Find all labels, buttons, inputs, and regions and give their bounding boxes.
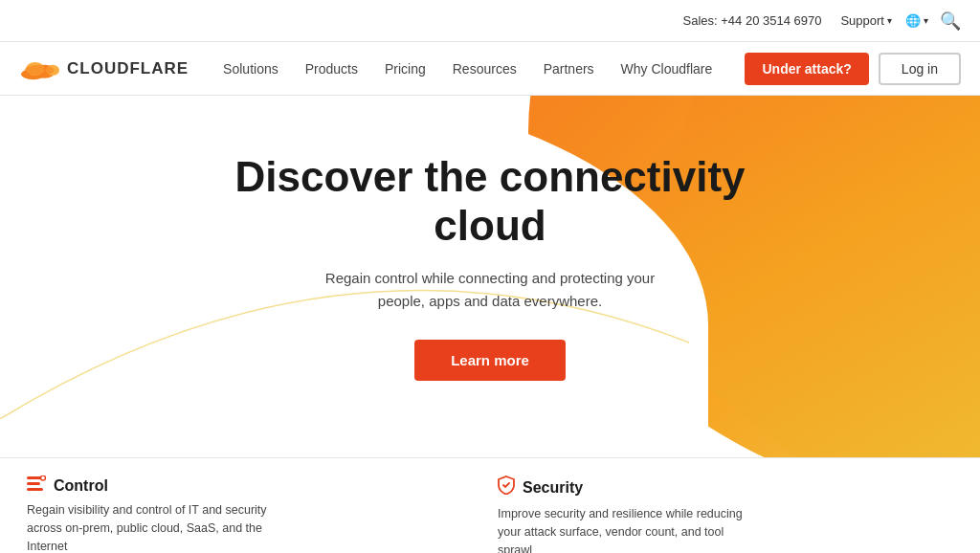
language-menu[interactable]: 🌐 ▾: [905, 13, 928, 28]
navbar: CLOUDFLARE Solutions Products Pricing Re…: [0, 42, 980, 96]
feature-control-desc: Regain visibility and control of IT and …: [27, 501, 276, 553]
feature-control: Control Regain visibility and control of…: [27, 476, 482, 553]
control-icon: [27, 476, 46, 496]
svg-rect-7: [27, 488, 43, 491]
nav-pricing[interactable]: Pricing: [385, 61, 426, 77]
nav-links: Solutions Products Pricing Resources Par…: [223, 61, 745, 77]
nav-products[interactable]: Products: [305, 61, 358, 77]
feature-security-title: Security: [498, 476, 938, 499]
learn-more-button[interactable]: Learn more: [414, 340, 566, 381]
hero-subtitle: Regain control while connecting and prot…: [308, 267, 672, 313]
features-strip: Control Regain visibility and control of…: [0, 457, 980, 553]
hero-title: Discover the connectivity cloud: [203, 153, 777, 250]
cloudflare-logo[interactable]: CLOUDFLARE: [19, 55, 189, 82]
nav-resources[interactable]: Resources: [453, 61, 517, 77]
top-bar: Sales: +44 20 3514 6970 Support ▾ 🌐 ▾ 🔍: [0, 0, 980, 42]
globe-icon: 🌐: [905, 13, 921, 28]
feature-control-title: Control: [27, 476, 467, 496]
nav-solutions[interactable]: Solutions: [223, 61, 278, 77]
globe-chevron-icon: ▾: [924, 15, 928, 26]
support-chevron-icon: ▾: [887, 15, 892, 26]
hero-content: Discover the connectivity cloud Regain c…: [0, 96, 980, 381]
svg-rect-6: [27, 482, 40, 485]
security-icon: [498, 476, 515, 499]
feature-security: Security Improve security and resilience…: [482, 476, 953, 553]
search-icon[interactable]: 🔍: [940, 11, 961, 32]
svg-point-4: [25, 64, 55, 75]
nav-partners[interactable]: Partners: [544, 61, 594, 77]
svg-point-8: [41, 476, 46, 480]
login-button[interactable]: Log in: [879, 53, 961, 85]
under-attack-button[interactable]: Under attack?: [745, 53, 868, 85]
feature-security-desc: Improve security and resilience while re…: [498, 505, 746, 553]
nav-why-cloudflare[interactable]: Why Cloudflare: [621, 61, 713, 77]
logo-icon: [19, 55, 59, 82]
support-menu[interactable]: Support ▾: [840, 13, 892, 28]
logo-text: CLOUDFLARE: [67, 59, 189, 78]
hero-section: Discover the connectivity cloud Regain c…: [0, 96, 980, 457]
nav-actions: Under attack? Log in: [745, 53, 961, 85]
sales-info: Sales: +44 20 3514 6970: [683, 13, 822, 28]
